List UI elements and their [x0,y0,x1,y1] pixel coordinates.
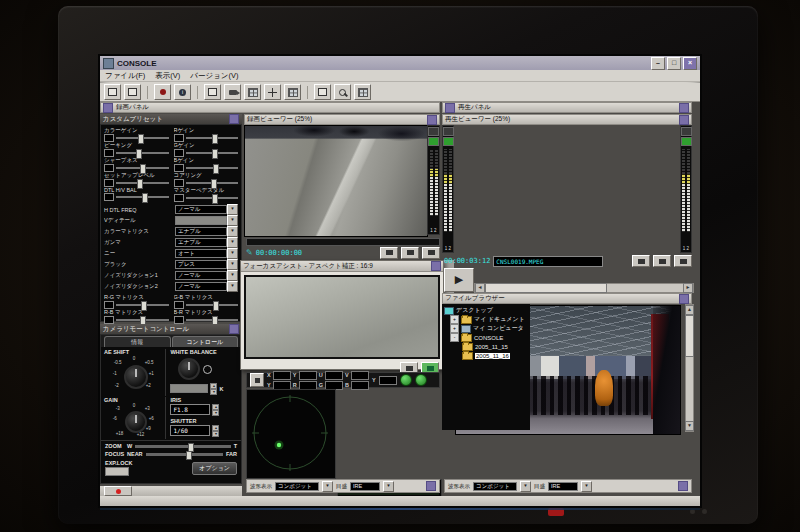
tree-item-console[interactable]: - CONSOLE [444,333,528,342]
value-box[interactable] [104,301,114,309]
focus-assist-titlebar[interactable]: フォーカスアシスト - アスペクト補正 : 16:9 [241,261,443,272]
close-button[interactable]: × [683,57,697,70]
slider-thumb[interactable] [138,134,144,144]
tree-item-desktop[interactable]: デスクトップ [444,306,528,315]
slider-thumb[interactable] [213,164,219,174]
slider-thumb[interactable] [213,301,219,311]
play-panel-toggle-button[interactable] [124,84,141,100]
value-box[interactable] [104,179,114,187]
param-value[interactable]: ノーマル [175,282,227,291]
record-panel-toggle-button[interactable] [104,84,121,100]
value-box[interactable] [104,149,114,157]
waveform-toggle-button[interactable] [415,374,427,386]
value-box[interactable] [174,194,184,202]
slider-thumb[interactable] [211,179,217,189]
param-value[interactable]: ノーマル [175,205,227,214]
wb-spinner[interactable]: ▲▼ [210,383,217,394]
tree-item-my-documents[interactable]: + マイ ドキュメント [444,315,528,324]
value-box[interactable] [174,179,184,187]
dropdown-arrow-icon[interactable]: ▼ [581,481,592,492]
camera-button[interactable] [224,84,241,100]
scrollbar-thumb[interactable] [685,315,694,357]
custom-preset-header[interactable]: カスタムプリセット [100,114,242,124]
slider-thumb[interactable] [186,451,192,460]
slider-thumb[interactable] [137,179,143,189]
help-icon[interactable] [679,103,689,113]
next-frame-button[interactable] [653,255,671,267]
menu-version[interactable]: バージョン(V) [190,71,238,81]
record-viewer-titlebar[interactable]: 録画ビューワー (25%) [244,114,440,125]
menu-view[interactable]: 表示(V) [155,71,180,81]
record-panel-titlebar[interactable]: 録画パネル [100,102,440,113]
dropdown-arrow-icon[interactable]: ▼ [227,270,238,281]
value-box[interactable] [104,316,114,324]
dropdown-arrow-icon[interactable]: ▼ [322,481,333,492]
slider[interactable] [116,152,169,154]
param-value[interactable]: エナブル [175,238,227,247]
value-box[interactable] [174,149,184,157]
slider-thumb[interactable] [212,194,218,204]
slider[interactable] [186,304,239,306]
tab-info[interactable]: 情報 [104,336,171,347]
slider[interactable] [186,182,239,184]
window-titlebar[interactable]: CONSOLE – □ × [100,56,700,70]
dropdown-arrow-icon[interactable]: ▼ [520,481,531,492]
scroll-up-icon[interactable]: ▲ [685,305,694,315]
slider-thumb[interactable] [142,193,148,203]
search-button[interactable] [334,84,351,100]
dropdown-arrow-icon[interactable]: ▼ [227,237,238,248]
expander-icon[interactable]: - [450,333,459,342]
slider[interactable] [186,152,239,154]
iris-spinner[interactable]: ▲▼ [212,404,219,415]
focus-slider[interactable] [146,453,223,456]
help-icon[interactable] [679,115,689,125]
play-viewer-titlebar[interactable]: 再生ビューワー (25%) [442,114,692,125]
window-mode-button[interactable] [314,84,331,100]
pause-button[interactable] [401,247,419,259]
scroll-down-icon[interactable]: ▼ [685,421,694,431]
help-icon[interactable] [679,294,689,304]
option-button[interactable]: オプション [192,462,237,475]
help-icon[interactable] [229,114,239,124]
tree-item-2005-11-15[interactable]: 2005_11_15 [444,342,528,351]
tree-item-2005-11-16[interactable]: 2005_11_16 [444,351,528,360]
slider[interactable] [186,167,239,169]
slider[interactable] [116,182,169,184]
value-box[interactable] [174,134,184,142]
stop-button[interactable] [422,247,440,259]
gain-knob[interactable] [125,411,147,433]
value-box[interactable] [174,301,184,309]
timeline-scrollbar[interactable]: ◄ ► [474,283,694,293]
slider-thumb[interactable] [212,149,218,159]
scroll-right-icon[interactable]: ► [683,283,693,293]
scale-select[interactable]: IRE [350,482,380,491]
help-icon[interactable] [678,481,688,491]
dropdown-arrow-icon[interactable]: ▼ [227,204,238,215]
ae-shift-knob[interactable] [124,365,148,389]
value-box[interactable] [104,193,114,201]
slider[interactable] [186,319,239,321]
meter-mode-button[interactable] [443,127,454,136]
value-box[interactable] [104,164,114,172]
minimize-button[interactable]: – [651,57,665,70]
shutter-value[interactable]: 1/60 [170,425,210,436]
dropdown-arrow-icon[interactable]: ▼ [227,281,238,292]
expander-icon[interactable]: + [450,324,459,333]
record-seek-bar[interactable] [246,238,440,246]
param-value[interactable]: プレス [175,260,227,269]
scroll-left-icon[interactable]: ◄ [475,283,485,293]
slider-thumb[interactable] [212,134,218,144]
capture-button[interactable] [204,84,221,100]
maximize-button[interactable]: □ [667,57,681,70]
current-clip-name[interactable]: CNSL0019.MPEG [493,256,603,267]
waveform-mode-select[interactable]: コンポジット [473,482,517,491]
loop-button[interactable] [674,255,692,267]
play-panel-titlebar[interactable]: 再生パネル [442,102,692,113]
layout-grid-button[interactable] [244,84,261,100]
file-browser-titlebar[interactable]: ファイルブラウザー [442,293,692,304]
vectorscope-toggle-button[interactable] [400,374,412,386]
grid-view-button[interactable] [284,84,301,100]
zoom-slider[interactable] [135,445,230,448]
help-icon[interactable] [427,115,437,125]
record-start-button[interactable] [104,486,132,496]
